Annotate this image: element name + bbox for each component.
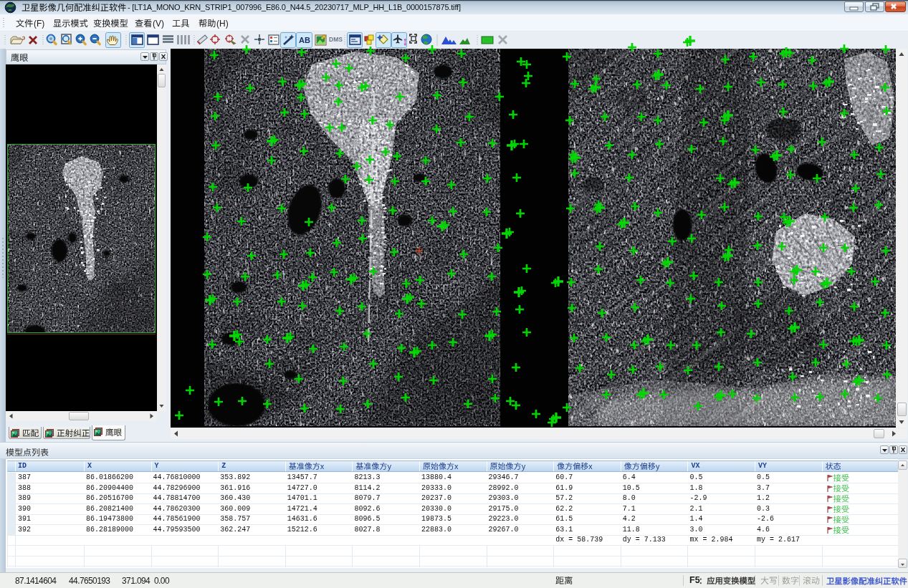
svg-text:DMS: DMS — [329, 36, 343, 43]
svg-text:AB: AB — [299, 36, 310, 44]
